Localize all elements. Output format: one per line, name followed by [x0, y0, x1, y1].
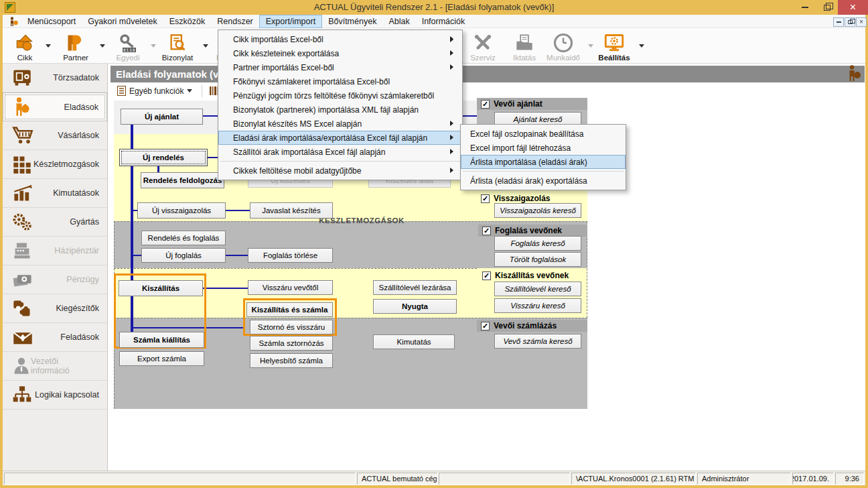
- rendeles-es-foglalas-button[interactable]: Rendelés és foglalás: [141, 231, 226, 245]
- restore-button[interactable]: [816, 0, 838, 15]
- foglalas-torlese-button[interactable]: Foglalás törlése: [248, 248, 333, 263]
- toolbar-cikk-button[interactable]: Cikk: [5, 30, 44, 62]
- visszaru-vevotol-button[interactable]: Visszáru vevőtől: [248, 280, 333, 295]
- sidebar-item-kiegeszitok[interactable]: Kiegészítők: [3, 294, 107, 323]
- dropdown-caret-icon[interactable]: [639, 44, 644, 50]
- sidebar-label: Kimutatások: [53, 188, 99, 198]
- menu-ablak[interactable]: Ablak: [382, 15, 415, 28]
- toolbar-bizonylat-button[interactable]: Bizonylat: [158, 30, 197, 62]
- status-time: 9:36: [835, 473, 864, 485]
- toolbar-szerviz-button[interactable]: Szerviz: [463, 30, 502, 62]
- szamla-sztornozas-button[interactable]: Számla sztornózás: [250, 336, 333, 351]
- sidebar-item-vezetoi-informacio[interactable]: Vezetői információ: [3, 352, 107, 381]
- szallitolevel-kereso-button[interactable]: Szállítólevél kereső: [494, 282, 581, 296]
- minimize-button[interactable]: [794, 0, 816, 15]
- kiszallitas-es-szamla-button[interactable]: Kiszállítás és számla: [246, 302, 333, 317]
- gears-icon: [12, 212, 32, 231]
- sidebar-item-torzsadatok[interactable]: Törzsadatok: [3, 64, 107, 93]
- mdi-close-button[interactable]: ×: [856, 17, 867, 27]
- dashed-separator: [114, 268, 477, 269]
- mdi-restore-button[interactable]: [845, 17, 855, 27]
- menu-bovitmenyek[interactable]: Bővítmények: [322, 15, 382, 28]
- submenu-arrow-icon: [450, 37, 456, 42]
- export-szamla-button[interactable]: Export számla: [119, 351, 204, 366]
- javaslat-keszites-button[interactable]: Javaslat készítés: [250, 202, 333, 219]
- flow-line: [203, 288, 248, 289]
- foglalas-kereso-button[interactable]: Foglalás kereső: [494, 236, 581, 251]
- vevo-szamla-kereso-button[interactable]: Vevő számla kereső: [494, 334, 581, 349]
- toolbar-egyedi-button[interactable]: 0110 Egyedi: [108, 30, 147, 62]
- uj-foglalas-button[interactable]: Új foglalás: [141, 248, 226, 263]
- toolbar-label: Munkaidő: [547, 54, 580, 62]
- money-icon: [12, 270, 33, 289]
- sidebar-item-vasarlasok[interactable]: Vásárlások: [3, 121, 107, 150]
- price-submenu: Excel fájl oszlopainak beállítása Excel …: [460, 124, 626, 190]
- dropdown-caret-icon[interactable]: [46, 44, 51, 50]
- uj-visszaigazolas-button[interactable]: Új visszaigazolás: [137, 202, 226, 219]
- egyeb-funkciok-button[interactable]: Egyéb funkciók: [115, 84, 195, 97]
- sztorno-es-visszaru-button[interactable]: Sztornó és visszáru: [250, 320, 333, 334]
- sidebar-item-eladasok[interactable]: Eladások: [3, 93, 107, 121]
- submenu-item-arlista-exportalasa[interactable]: Árlista (eladási árak) exportálása: [461, 174, 626, 188]
- kiszallitas-button[interactable]: Kiszállítás: [119, 280, 203, 296]
- submenu-item-excel-oszlopok[interactable]: Excel fájl oszlopainak beállítása: [461, 127, 626, 141]
- menu-item-partner-importalas[interactable]: Partner importálás Excel-ből: [218, 60, 462, 74]
- checkbox-foglalas-vevonek[interactable]: [482, 227, 491, 235]
- uj-ajanlat-button[interactable]: Új ajánlat: [121, 109, 203, 125]
- close-button[interactable]: [838, 0, 868, 15]
- sidebar-item-logikai-kapcsolat[interactable]: Logikai kapcsolat: [3, 381, 107, 410]
- menu-export-import[interactable]: Export/import: [259, 15, 322, 28]
- section-title: Visszaigazolás: [494, 194, 551, 203]
- szamla-kiallitas-button[interactable]: Számla kiállítás: [119, 332, 204, 348]
- dropdown-caret-icon[interactable]: [100, 44, 105, 50]
- torolt-foglalasok-button[interactable]: Törölt foglalások: [494, 252, 581, 267]
- checkbox-visszaigazolas[interactable]: [481, 194, 490, 203]
- toolbar-munkaido-button[interactable]: Munkaidő: [544, 30, 583, 62]
- bar-chart-icon: [12, 184, 33, 202]
- nyugta-button[interactable]: Nyugta: [373, 299, 457, 314]
- sidebar-item-gyartas[interactable]: Gyártás: [3, 208, 107, 237]
- toolbar-beallitas-button[interactable]: Beállítás: [595, 30, 634, 62]
- cash-register-icon: [12, 241, 32, 260]
- menu-item-szallitoi-arak[interactable]: Szállítói árak importálása Excel fájl al…: [218, 145, 462, 159]
- sidebar-item-hazipenztar[interactable]: Házipénztár: [3, 237, 107, 265]
- helyesbito-szamla-button[interactable]: Helyesbítő számla: [250, 353, 333, 368]
- checkbox-kiszallitas-vevonek[interactable]: [482, 271, 491, 280]
- menu-rendszer[interactable]: Rendszer: [211, 15, 259, 28]
- toolbar-partner-button[interactable]: Partner: [56, 30, 95, 62]
- menu-item-bizonylat-keszites[interactable]: Bizonylat készítés MS Excel alapján: [218, 117, 462, 131]
- menu-item-cikkek-mobil[interactable]: Cikkek feltöltése mobil adatgyűjtőbe: [218, 164, 462, 178]
- menu-item-eladasi-arak[interactable]: Eladási árak importálása/exportálása Exc…: [218, 131, 462, 145]
- menu-item-bizonylatok-xml[interactable]: Bizonylatok (partnerek) importálása XML …: [218, 103, 462, 117]
- sidebar-label: Eladások: [64, 103, 98, 112]
- checkbox-vevoi-ajanlat[interactable]: [481, 100, 490, 109]
- kimutatas-button[interactable]: Kimutatás: [373, 334, 455, 349]
- menu-gyakori-muveletek[interactable]: Gyakori műveletek: [82, 15, 163, 28]
- szallitolevel-lezarasa-button[interactable]: Szállítólevél lezárása: [373, 280, 457, 295]
- checkbox-vevoi-szamlazas[interactable]: [481, 322, 490, 330]
- menu-item-penzugyi-jogcim[interactable]: Pénzügyi jogcím törzs feltöltése főkönyv…: [218, 88, 462, 103]
- dropdown-caret-icon[interactable]: [588, 44, 593, 50]
- menu-informaciok[interactable]: Információk: [416, 15, 472, 28]
- sidebar-item-keszletmozgasok[interactable]: Készletmozgások: [3, 150, 107, 179]
- toolbar-iktatas-button[interactable]: Iktatás: [505, 30, 544, 62]
- sidebar-item-penzugy[interactable]: Pénzügy: [3, 265, 107, 294]
- dropdown-caret-icon[interactable]: [151, 44, 156, 50]
- rendeles-feldolgozas-button[interactable]: Rendelés feldolgozás: [141, 172, 224, 188]
- menu-eszkozok[interactable]: Eszközök: [163, 15, 212, 28]
- menu-item-cikk-importalas[interactable]: Cikk importálás Excel-ből: [218, 32, 462, 46]
- visszaru-kereso-button[interactable]: Visszáru kereső: [494, 298, 581, 313]
- menu-menucsoport[interactable]: Menücsoport: [21, 15, 82, 28]
- uj-rendeles-button[interactable]: Új rendelés: [119, 149, 208, 166]
- menu-item-fokonyvi-szamlakeret[interactable]: Főkönyvi számlakeret importálása Excel-b…: [218, 74, 462, 88]
- section-title: Kiszállítás vevőnek: [495, 271, 569, 280]
- menu-item-cikk-keszletek[interactable]: Cikk készleteinek exportálása: [218, 46, 462, 60]
- sidebar-item-kimutatasok[interactable]: Kimutatások: [3, 179, 107, 208]
- binary-key-icon: 0110: [119, 32, 137, 54]
- sidebar-item-feladasok[interactable]: Feladások: [3, 323, 107, 352]
- submenu-item-excel-import-fajl[interactable]: Excel import fájl létrehozása: [461, 141, 626, 155]
- visszaigazolas-kereso-button[interactable]: Visszaigazolás kereső: [494, 203, 581, 218]
- submenu-item-arlista-importalasa[interactable]: Árlista importálása (eladási árak): [461, 155, 626, 169]
- mdi-minimize-button[interactable]: [833, 17, 844, 27]
- dropdown-caret-icon[interactable]: [203, 44, 208, 50]
